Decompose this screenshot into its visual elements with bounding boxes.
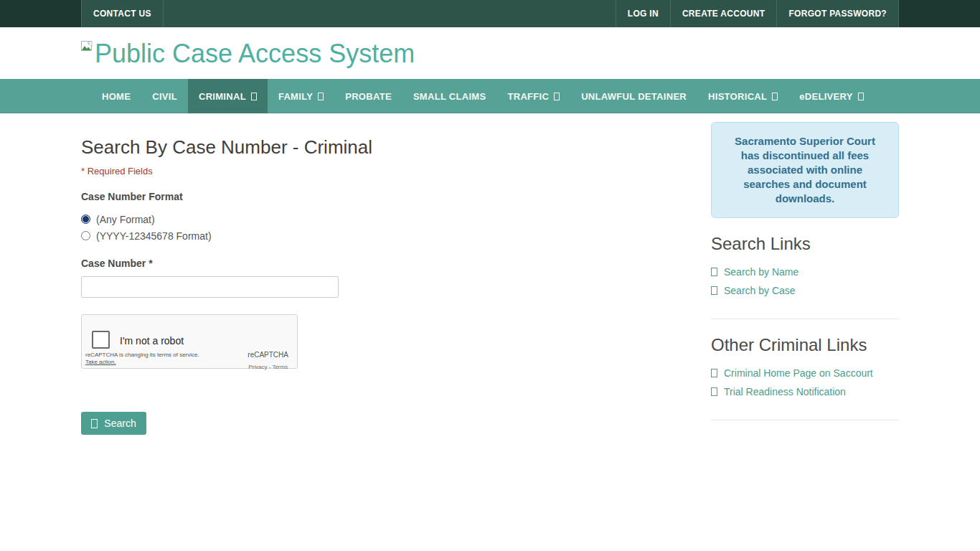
recaptcha-brand: reCAPTCHA Privacy - Terms: [248, 351, 288, 372]
required-fields-note: * Required Fields: [81, 166, 619, 176]
link-label: Trial Readiness Notification: [724, 382, 846, 401]
broken-image-icon: [81, 41, 93, 53]
nav-label: SMALL CLAIMS: [413, 91, 486, 102]
dropdown-caret-icon: [858, 93, 864, 100]
link-bullet-icon: [711, 286, 717, 295]
nav-item-historical[interactable]: HISTORICAL: [697, 79, 788, 113]
nav-item-home[interactable]: HOME: [91, 79, 141, 113]
nav-item-family[interactable]: FAMILY: [268, 79, 334, 113]
top-utility-bar-inner: CONTACT US LOG IN CREATE ACCOUNT FORGOT …: [81, 0, 899, 27]
page-title: Search By Case Number - Criminal: [81, 136, 619, 159]
recaptcha-links-separator: -: [269, 364, 271, 370]
create-account-link[interactable]: CREATE ACCOUNT: [671, 0, 778, 27]
main-content: Search By Case Number - Criminal * Requi…: [81, 122, 619, 435]
radio-label: (Any Format): [96, 214, 155, 225]
recaptcha-notice: reCAPTCHA is changing its terms of servi…: [85, 352, 199, 366]
sidebar: Sacramento Superior Court has discontinu…: [711, 122, 899, 430]
other-criminal-links-title: Other Criminal Links: [711, 335, 899, 355]
nav-item-probate[interactable]: PROBATE: [334, 79, 402, 113]
site-header: Public Case Access System: [0, 27, 980, 79]
log-in-link[interactable]: LOG IN: [616, 0, 671, 27]
nav-label: HISTORICAL: [708, 91, 767, 102]
case-number-format-label: Case Number Format: [81, 191, 619, 202]
forgot-password-link[interactable]: FORGOT PASSWORD?: [777, 0, 899, 27]
top-utility-bar: CONTACT US LOG IN CREATE ACCOUNT FORGOT …: [0, 0, 980, 27]
nav-label: HOME: [102, 91, 131, 102]
dropdown-caret-icon: [318, 93, 324, 100]
nav-label: UNLAWFUL DETAINER: [581, 91, 687, 102]
radio-option-any-format[interactable]: (Any Format): [81, 211, 619, 227]
contact-us-link[interactable]: CONTACT US: [81, 0, 164, 27]
topbar-left-group: CONTACT US: [81, 0, 164, 27]
search-button-label: Search: [104, 418, 136, 429]
search-links-title: Search Links: [711, 234, 899, 254]
nav-item-small-claims[interactable]: SMALL CLAIMS: [402, 79, 497, 113]
link-bullet-icon: [711, 268, 717, 276]
trial-readiness-link[interactable]: Trial Readiness Notification: [711, 382, 899, 401]
nav-label: TRAFFIC: [507, 91, 549, 102]
recaptcha-notice-text: reCAPTCHA is changing its terms of servi…: [85, 352, 199, 358]
main-nav: HOME CIVIL CRIMINAL FAMILY PROBATE SMALL…: [0, 79, 980, 113]
case-number-input[interactable]: [81, 276, 339, 298]
recaptcha-privacy-link[interactable]: Privacy: [248, 364, 267, 370]
dropdown-caret-icon: [554, 93, 560, 100]
site-logo-link[interactable]: Public Case Access System: [81, 27, 899, 68]
nav-item-criminal[interactable]: CRIMINAL: [188, 79, 268, 113]
radio-option-yyyy-format[interactable]: (YYYY-12345678 Format): [81, 227, 619, 244]
nav-label: CIVIL: [152, 91, 177, 102]
nav-item-civil[interactable]: CIVIL: [141, 79, 188, 113]
nav-item-unlawful-detainer[interactable]: UNLAWFUL DETAINER: [570, 79, 697, 113]
nav-label: PROBATE: [345, 91, 392, 102]
nav-label: CRIMINAL: [199, 91, 246, 102]
link-label: Search by Name: [724, 263, 798, 281]
topbar-right-group: LOG IN CREATE ACCOUNT FORGOT PASSWORD?: [616, 0, 899, 27]
radio-button-icon[interactable]: [81, 231, 90, 240]
nav-label: eDELIVERY: [799, 91, 852, 102]
nav-item-traffic[interactable]: TRAFFIC: [496, 79, 570, 113]
site-title: Public Case Access System: [95, 39, 415, 68]
recaptcha-widget: I'm not a robot reCAPTCHA is changing it…: [81, 314, 298, 369]
search-button[interactable]: Search: [81, 412, 146, 435]
search-icon: [91, 419, 98, 428]
recaptcha-terms-link[interactable]: Terms: [272, 364, 288, 370]
recaptcha-label: I'm not a robot: [120, 335, 184, 347]
radio-label: (YYYY-12345678 Format): [96, 230, 212, 242]
radio-button-icon[interactable]: [81, 215, 90, 224]
nav-label: FAMILY: [278, 91, 313, 102]
link-bullet-icon: [711, 387, 717, 396]
recaptcha-checkbox[interactable]: [92, 331, 110, 349]
fee-notice-box: Sacramento Superior Court has discontinu…: [711, 122, 899, 218]
link-bullet-icon: [711, 369, 717, 377]
sidebar-divider: [711, 420, 899, 420]
recaptcha-brand-name: reCAPTCHA: [248, 351, 288, 359]
dropdown-caret-icon: [772, 93, 778, 100]
search-by-case-link[interactable]: Search by Case: [711, 281, 899, 300]
recaptcha-take-action-link[interactable]: Take action.: [85, 359, 116, 365]
criminal-home-page-link[interactable]: Criminal Home Page on Saccourt: [711, 364, 899, 382]
nav-item-edelivery[interactable]: eDELIVERY: [788, 79, 874, 113]
sidebar-divider: [711, 319, 899, 319]
dropdown-caret-icon: [251, 93, 257, 100]
search-by-name-link[interactable]: Search by Name: [711, 263, 899, 281]
case-number-label: Case Number *: [81, 258, 619, 269]
link-label: Search by Case: [724, 281, 796, 300]
link-label: Criminal Home Page on Saccourt: [724, 364, 873, 382]
